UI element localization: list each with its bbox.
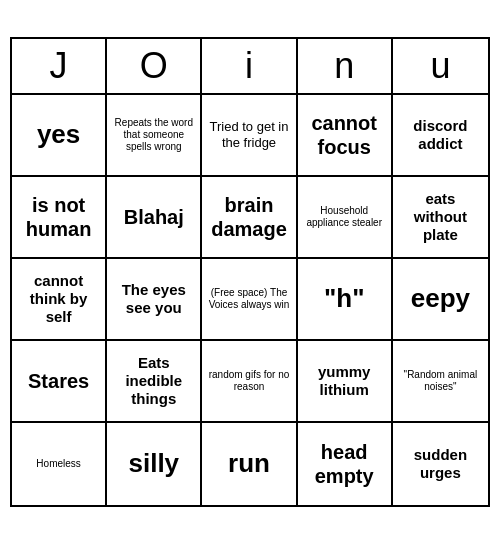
bingo-cell-2-4: eepy	[393, 259, 488, 341]
bingo-cell-0-4: discord addict	[393, 95, 488, 177]
bingo-card: JOinu yesRepeats the word that someone s…	[10, 37, 490, 507]
bingo-cell-0-0: yes	[12, 95, 107, 177]
bingo-cell-4-3: head empty	[298, 423, 393, 505]
bingo-header: JOinu	[12, 39, 488, 95]
bingo-cell-1-4: eats without plate	[393, 177, 488, 259]
bingo-cell-4-1: silly	[107, 423, 202, 505]
header-cell-u: u	[393, 39, 488, 93]
bingo-cell-2-2: (Free space) The Voices always win	[202, 259, 297, 341]
bingo-cell-0-3: cannot focus	[298, 95, 393, 177]
bingo-cell-2-3: "h"	[298, 259, 393, 341]
bingo-cell-4-0: Homeless	[12, 423, 107, 505]
bingo-cell-2-1: The eyes see you	[107, 259, 202, 341]
bingo-cell-1-1: Blahaj	[107, 177, 202, 259]
bingo-cell-3-1: Eats inedible things	[107, 341, 202, 423]
bingo-cell-1-3: Household appliance stealer	[298, 177, 393, 259]
header-cell-O: O	[107, 39, 202, 93]
bingo-cell-4-4: sudden urges	[393, 423, 488, 505]
header-cell-J: J	[12, 39, 107, 93]
bingo-cell-0-2: Tried to get in the fridge	[202, 95, 297, 177]
bingo-cell-3-0: Stares	[12, 341, 107, 423]
bingo-cell-3-2: random gifs for no reason	[202, 341, 297, 423]
bingo-cell-3-4: "Random animal noises"	[393, 341, 488, 423]
bingo-cell-1-0: is not human	[12, 177, 107, 259]
header-cell-n: n	[298, 39, 393, 93]
bingo-cell-3-3: yummy lithium	[298, 341, 393, 423]
bingo-cell-0-1: Repeats the word that someone spells wro…	[107, 95, 202, 177]
bingo-cell-2-0: cannot think by self	[12, 259, 107, 341]
bingo-cell-4-2: run	[202, 423, 297, 505]
bingo-grid: yesRepeats the word that someone spells …	[12, 95, 488, 505]
bingo-cell-1-2: brain damage	[202, 177, 297, 259]
header-cell-i: i	[202, 39, 297, 93]
